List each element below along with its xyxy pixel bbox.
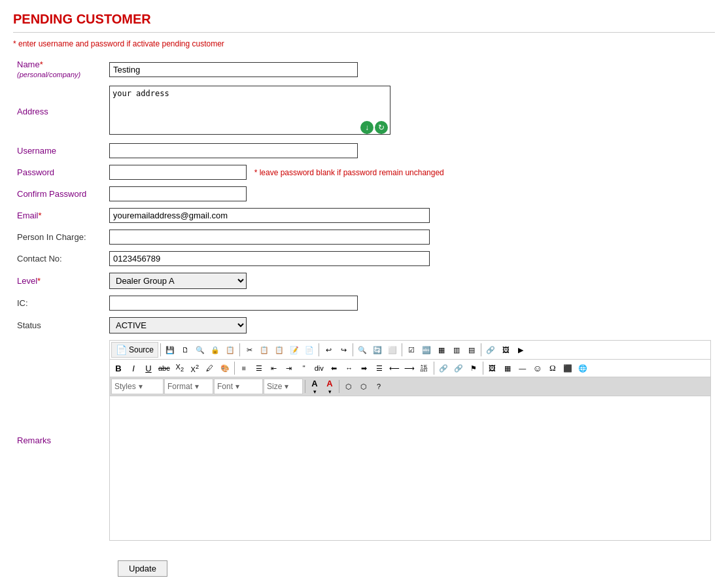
editor-body[interactable]	[110, 396, 710, 540]
source-button[interactable]: 📄 Source	[111, 342, 158, 358]
outdent-button[interactable]: ⇤	[267, 361, 281, 375]
cut-button[interactable]: ✂	[242, 343, 256, 357]
iframe-button[interactable]: ⬛	[561, 361, 575, 375]
editor-toolbar-row2: B I U abc X2 X2 🖊 🎨 ≡ ☰ ⇤ ⇥ " div ⬅ ↔	[110, 360, 710, 377]
level-select[interactable]: Dealer Group A Dealer Group B Retail	[109, 273, 247, 289]
password-label: Password	[17, 167, 54, 177]
paste-from-word-button[interactable]: 📄	[302, 343, 317, 357]
justify-button[interactable]: ☰	[372, 361, 387, 375]
template-button[interactable]: 📋	[223, 343, 237, 357]
remove-format-button[interactable]: 🖊	[203, 361, 217, 375]
strikethrough-button[interactable]: abc	[156, 361, 172, 375]
table2-button[interactable]: ▦	[500, 361, 515, 375]
separator-7	[234, 362, 235, 375]
remarks-label: Remarks	[17, 435, 51, 445]
paste-button[interactable]: 📋	[272, 343, 286, 357]
editor-toolbar-row1: 📄 Source 💾 🗋 🔍 🔒 📋 ✂ 📋 📋 📝 📄	[110, 341, 710, 360]
new-button[interactable]: 🗋	[178, 343, 192, 357]
text-color-button[interactable]: A ▾	[307, 379, 322, 394]
underline-button[interactable]: U	[141, 361, 156, 375]
address-icon-1[interactable]: ↓	[360, 121, 373, 134]
copy-format-button[interactable]: ⬡	[356, 379, 371, 394]
bold-button[interactable]: B	[111, 361, 126, 375]
ol-button[interactable]: ≡	[237, 361, 251, 375]
image2-button[interactable]: 🖼	[485, 361, 500, 375]
pic-label: Person In Charge:	[17, 232, 86, 242]
address-textarea[interactable]: your address	[109, 86, 390, 135]
font-label: Font	[217, 382, 233, 391]
separator-9	[483, 362, 483, 375]
link2-button[interactable]: 🔗	[436, 361, 451, 375]
status-label: Status	[17, 320, 41, 330]
status-select[interactable]: ACTIVE INACTIVE	[109, 317, 247, 333]
bidi-rtl-button[interactable]: ⟶	[402, 361, 417, 375]
name-label: Name	[17, 60, 40, 69]
redo-button[interactable]: ↪	[336, 343, 351, 357]
bold-icon: B	[115, 364, 121, 373]
font-dropdown[interactable]: Font ▾	[214, 379, 263, 394]
preview-button[interactable]: 🔍	[193, 343, 207, 357]
separator-2	[239, 343, 240, 356]
blockquote-button[interactable]: "	[297, 361, 311, 375]
align-center-button[interactable]: ↔	[342, 361, 356, 375]
image-button[interactable]: 🖼	[498, 343, 513, 357]
table-row-button[interactable]: ▤	[464, 343, 479, 357]
table-button[interactable]: ▦	[434, 343, 449, 357]
pic-input[interactable]	[109, 230, 430, 245]
superscript-button[interactable]: X2	[188, 361, 202, 375]
select-all-button[interactable]: ⬜	[385, 343, 400, 357]
italic-button[interactable]: I	[126, 361, 141, 375]
indent-button[interactable]: ⇥	[282, 361, 296, 375]
smiley-button[interactable]: ☺	[530, 361, 545, 375]
confirm-password-input[interactable]	[109, 186, 247, 201]
username-input[interactable]	[109, 143, 358, 158]
page-title: PENDING CUSTOMER	[13, 7, 715, 33]
size-dropdown[interactable]: Size ▾	[264, 379, 303, 394]
div-button[interactable]: div	[312, 361, 326, 375]
table-col-button[interactable]: ▥	[449, 343, 464, 357]
spell-check-button[interactable]: 🔤	[419, 343, 434, 357]
help2-button[interactable]: ?	[372, 379, 386, 394]
styles-dropdown[interactable]: Styles ▾	[111, 379, 164, 394]
email-input[interactable]	[109, 208, 430, 223]
flash-button[interactable]: ▶	[513, 343, 528, 357]
paste-text-button[interactable]: 📝	[287, 343, 302, 357]
contact-input[interactable]	[109, 251, 430, 266]
style-button[interactable]: 🎨	[218, 361, 232, 375]
address-icon-2[interactable]: ↻	[375, 121, 388, 134]
language-button[interactable]: 語	[417, 361, 432, 375]
bidi-ltr-button[interactable]: ⟵	[387, 361, 402, 375]
undo-button[interactable]: ↩	[321, 343, 336, 357]
name-input[interactable]	[109, 62, 358, 77]
update-button[interactable]: Update	[118, 560, 167, 577]
checkbox-button[interactable]: ☑	[404, 343, 419, 357]
help-button[interactable]: 🌐	[576, 361, 590, 375]
paste-image-button[interactable]: ⬡	[341, 379, 356, 394]
address-icons: ↓ ↻	[360, 121, 388, 134]
save-button[interactable]: 💾	[163, 343, 177, 357]
strikethrough-icon: abc	[158, 364, 170, 372]
bg-color-button[interactable]: A ▾	[322, 379, 337, 394]
separator-4	[353, 343, 353, 356]
format-dropdown[interactable]: Format ▾	[164, 379, 213, 394]
align-left-button[interactable]: ⬅	[327, 361, 341, 375]
find-button[interactable]: 🔍	[355, 343, 370, 357]
password-input[interactable]	[109, 165, 247, 180]
special-char-button[interactable]: Ω	[546, 361, 560, 375]
styles-chevron-icon: ▾	[139, 382, 143, 391]
subscript-button[interactable]: X2	[173, 361, 187, 375]
copy-button[interactable]: 📋	[257, 343, 271, 357]
separator-5	[402, 343, 402, 356]
ic-input[interactable]	[109, 296, 358, 311]
unlink-button[interactable]: 🔗	[451, 361, 466, 375]
format-label: Format	[167, 382, 192, 391]
print-button[interactable]: 🔒	[208, 343, 222, 357]
separator-6	[481, 343, 481, 356]
size-label: Size	[267, 382, 282, 391]
anchor-button[interactable]: ⚑	[466, 361, 481, 375]
ul-button[interactable]: ☰	[252, 361, 266, 375]
link-button[interactable]: 🔗	[483, 343, 498, 357]
hr-button[interactable]: —	[515, 361, 530, 375]
replace-button[interactable]: 🔄	[370, 343, 385, 357]
align-right-button[interactable]: ➡	[357, 361, 372, 375]
